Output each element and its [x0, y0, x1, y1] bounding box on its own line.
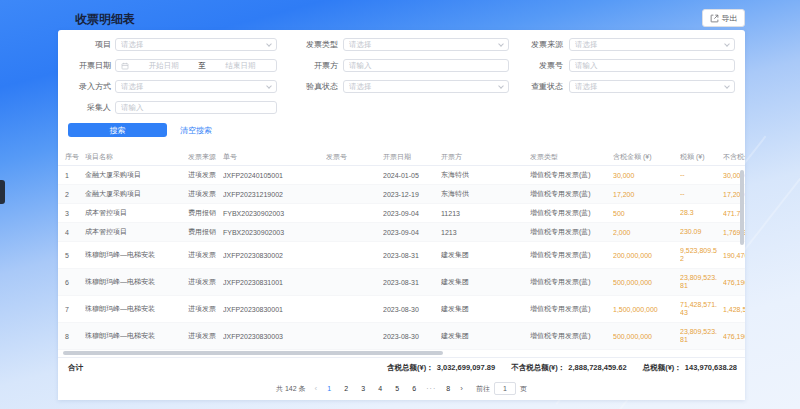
cell-type: 增值税专用发票(蓝)	[530, 277, 613, 287]
summary-row: 合计 含税总额(¥)： 3,032,699,097.89 不含税总额(¥)： 2…	[58, 357, 745, 377]
cell-date: 2024-01-05	[383, 172, 441, 179]
invoice-type-label: 发票类型	[277, 39, 343, 50]
chevron-down-icon	[266, 83, 272, 89]
cell-issuer: 11213	[441, 210, 530, 217]
cell-date: 2023-08-30	[383, 306, 441, 313]
export-button[interactable]: 导出	[702, 9, 745, 27]
table-row: 6珠穆朗玛峰—电梯安装进项发票JXFP202308310012023-08-31…	[58, 269, 745, 296]
cell-source: 费用报销	[188, 227, 223, 237]
cell-no: 6	[58, 279, 85, 286]
cell-type: 增值税专用发票(蓝)	[530, 331, 613, 341]
collector-input[interactable]	[121, 103, 271, 112]
invoice-source-label: 发票来源	[509, 39, 569, 50]
column-header: 发票类型	[530, 152, 613, 162]
table-row: 4成本管控项目费用报销FYBX202309020032023-09-041213…	[58, 223, 745, 242]
table-header: 序号项目名称发票来源单号发票号开票日期开票方发票类型含税金额 (¥)税额 (¥)…	[58, 148, 745, 166]
cell-amount_incl: 1,500,000,000	[613, 306, 680, 313]
cell-type: 增值税专用发票(蓝)	[530, 170, 613, 180]
cell-tax: 9,523,809.52	[680, 247, 723, 263]
column-header: 开票日期	[383, 152, 441, 162]
invoice-source-select[interactable]: 请选择	[569, 38, 735, 51]
cell-no: 3	[58, 210, 85, 217]
vertical-scrollbar[interactable]	[740, 170, 744, 245]
cell-tax: --	[680, 190, 723, 198]
entry-method-select[interactable]: 请选择	[115, 80, 277, 93]
summary-totals: 含税总额(¥)： 3,032,699,097.89 不含税总额(¥)： 2,88…	[387, 363, 745, 373]
page-button[interactable]: 1	[324, 385, 334, 392]
page-button[interactable]: 3	[358, 385, 368, 392]
cell-amount_excl: 476,190,476.19	[723, 333, 745, 340]
chevron-down-icon	[498, 41, 504, 47]
invoice-date-range-picker[interactable]: 开始日期 至 结束日期	[115, 59, 277, 72]
export-label: 导出	[722, 13, 738, 24]
clear-search-link[interactable]: 清空搜索	[180, 125, 212, 136]
project-select[interactable]: 请选择	[115, 38, 277, 51]
cell-no: 4	[58, 229, 85, 236]
column-header: 税额 (¥)	[680, 153, 723, 161]
cell-source: 进项发票	[188, 331, 223, 341]
cell-source: 进项发票	[188, 170, 223, 180]
total-tax: 总税额(¥)： 143,970,638.28	[643, 363, 737, 373]
dup-check-status-select[interactable]: 请选择	[569, 80, 735, 93]
chevron-down-icon	[724, 83, 730, 89]
invoice-no-label: 发票号	[509, 60, 569, 71]
issuer-input[interactable]	[349, 61, 503, 70]
cell-issuer: 建发集团	[441, 250, 530, 260]
search-button[interactable]: 搜索	[68, 123, 167, 137]
cell-amount_incl: 500,000,000	[613, 279, 680, 286]
issuer-input-wrap	[343, 59, 509, 72]
chevron-down-icon	[498, 83, 504, 89]
page-button[interactable]: 6	[409, 385, 419, 392]
page-button[interactable]: 4	[375, 385, 385, 392]
cell-order_no: FYBX20230902003	[223, 229, 326, 236]
cell-tax: 23,809,523.81	[680, 274, 723, 290]
cell-source: 费用报销	[188, 208, 223, 218]
cell-date: 2023-09-04	[383, 229, 441, 236]
cell-order_no: JXFP20230830003	[223, 333, 326, 340]
page-button[interactable]: 5	[392, 385, 402, 392]
cell-tax: 23,809,523.81	[680, 328, 723, 344]
cell-type: 增值税专用发票(蓝)	[530, 189, 613, 199]
cell-project: 金融大厦采购项目	[85, 170, 188, 180]
horizontal-scrollbar[interactable]	[63, 351, 443, 355]
column-header: 序号	[58, 152, 85, 162]
cell-project: 成本管控项目	[85, 208, 188, 218]
cell-order_no: JXFP20230830002	[223, 252, 326, 259]
verify-status-select[interactable]: 请选择	[343, 80, 509, 93]
verify-status-label: 验真状态	[277, 81, 343, 92]
table-row: 7珠穆朗玛峰—电梯安装进项发票JXFP202308300012023-08-30…	[58, 296, 745, 323]
collector-input-wrap	[115, 101, 277, 114]
side-drawer-handle[interactable]	[0, 180, 5, 204]
cell-amount_incl: 200,000,000	[613, 252, 680, 259]
cell-amount_excl: 476,190,476.19	[723, 279, 745, 286]
cell-source: 进项发票	[188, 189, 223, 199]
cell-tax: 230.09	[680, 228, 723, 236]
cell-amount_incl: 2,000	[613, 229, 680, 236]
column-header: 含税金额 (¥)	[613, 152, 680, 162]
column-header: 开票方	[441, 152, 530, 162]
chevron-down-icon	[266, 41, 272, 47]
cell-no: 7	[58, 306, 85, 313]
cell-issuer: 东海特供	[441, 189, 530, 199]
cell-type: 增值税专用发票(蓝)	[530, 227, 613, 237]
table-row: 2金融大厦采购项目进项发票JXFP202312190022023-12-19东海…	[58, 185, 745, 204]
cell-order_no: FYBX20230902003	[223, 210, 326, 217]
cell-project: 金融大厦采购项目	[85, 189, 188, 199]
next-page-button[interactable]: ›	[460, 384, 463, 393]
cell-type: 增值税专用发票(蓝)	[530, 208, 613, 218]
invoice-no-input[interactable]	[575, 61, 729, 70]
cell-order_no: JXFP20230831001	[223, 279, 326, 286]
invoice-date-label: 开票日期	[68, 60, 115, 71]
cell-no: 8	[58, 333, 85, 340]
page-buttons: 123456···8	[324, 385, 453, 392]
goto-page-input[interactable]	[494, 382, 516, 395]
prev-page-button[interactable]: ‹	[315, 384, 318, 393]
page-button[interactable]: 8	[443, 385, 453, 392]
page-button[interactable]: 2	[341, 385, 351, 392]
invoice-type-select[interactable]: 请选择	[343, 38, 509, 51]
table-row: 8珠穆朗玛峰—电梯安装进项发票JXFP202308300032023-08-30…	[58, 323, 745, 350]
cell-issuer: 建发集团	[441, 277, 530, 287]
pagination-ellipsis: ···	[426, 385, 436, 392]
invoice-no-input-wrap	[569, 59, 735, 72]
column-header: 项目名称	[85, 152, 188, 162]
